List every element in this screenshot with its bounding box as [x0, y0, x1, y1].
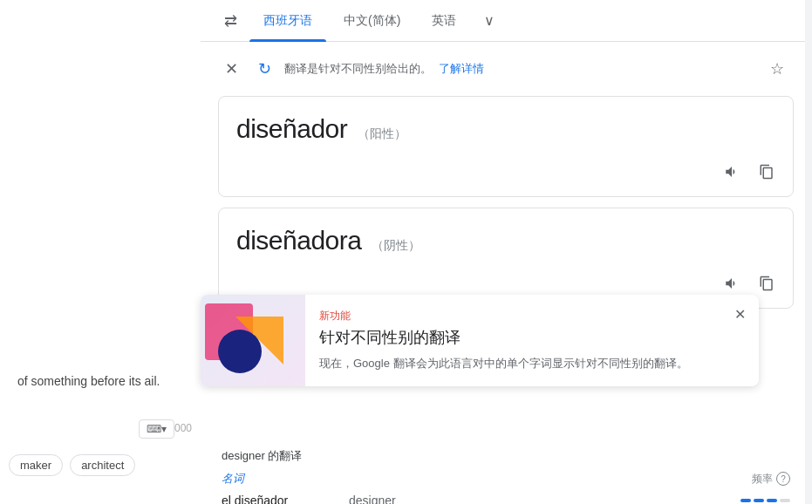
dict-pos-label: 名词: [222, 471, 244, 487]
copy-icon: [759, 164, 774, 184]
freq-dot-2: [754, 499, 764, 502]
source-text-partial: of something before its ail.: [0, 364, 192, 399]
result-card-masculine: diseñador （阳性）: [218, 96, 794, 197]
learn-more-link[interactable]: 了解详情: [439, 61, 484, 77]
masculine-word: diseñador: [236, 114, 347, 144]
masculine-gender-label: （阳性）: [358, 126, 406, 142]
feminine-word-row: diseñadora （阴性）: [236, 226, 775, 255]
result-card-feminine: diseñadora （阴性）: [218, 208, 794, 309]
main-translation-panel: ⇄ 西班牙语 中文(简体) 英语 ∨ ✕ ↻ 翻译是针对不同性别给出的。: [201, 0, 811, 504]
masculine-play-button[interactable]: [716, 158, 747, 189]
keyboard-toolbar: ⌨ ▾: [139, 419, 174, 439]
freq-dot-4: [780, 499, 790, 502]
swap-icon: ⇄: [224, 11, 237, 31]
feature-title: 针对不同性别的翻译: [319, 327, 745, 348]
dict-freq-label: 频率 ?: [752, 472, 790, 487]
chevron-down-icon: ∨: [484, 12, 495, 29]
info-text: 翻译是针对不同性别给出的。: [284, 61, 432, 77]
tag-maker[interactable]: maker: [9, 454, 63, 476]
left-panel: of something before its ail. 8/5000 ⌨ ▾ …: [0, 0, 201, 504]
suggestion-tags: maker architect: [9, 454, 135, 476]
translation-results-area: ✕ ↻ 翻译是针对不同性别给出的。 了解详情 ☆ diseñador （阳性）: [201, 42, 811, 504]
gender-info-banner: ✕ ↻ 翻译是针对不同性别给出的。 了解详情 ☆: [218, 56, 794, 82]
masculine-word-row: diseñador （阳性）: [236, 114, 775, 144]
close-info-button[interactable]: ✕: [218, 56, 244, 82]
feature-image: [201, 295, 305, 386]
new-feature-popup: ✕ 新功能 针对不同性别的翻译 现在，Google 翻译会为此语言对中的单个字词…: [201, 295, 759, 386]
feminine-gender-label: （阴性）: [372, 238, 420, 254]
dict-pos-row: 名词 频率 ?: [222, 471, 790, 487]
scrollbar[interactable]: [805, 0, 812, 504]
dict-entry-row: el diseñador designer: [222, 490, 790, 504]
refresh-icon: ↻: [258, 59, 271, 78]
copy-icon: [759, 276, 774, 296]
keyboard-icon: ⌨: [147, 423, 161, 435]
masculine-copy-button[interactable]: [751, 158, 782, 189]
speaker-icon: [724, 164, 740, 184]
refresh-button[interactable]: ↻: [251, 56, 277, 82]
tag-architect[interactable]: architect: [70, 454, 135, 476]
close-icon: ✕: [225, 59, 238, 78]
info-banner-left: ✕ ↻ 翻译是针对不同性别给出的。 了解详情: [218, 56, 484, 82]
tab-spanish[interactable]: 西班牙语: [249, 0, 326, 42]
keyboard-button[interactable]: ⌨ ▾: [139, 419, 174, 439]
keyboard-dropdown-icon: ▾: [161, 423, 167, 435]
speaker-icon: [724, 276, 740, 296]
star-button[interactable]: ☆: [764, 56, 790, 82]
close-feature-popup-button[interactable]: ✕: [727, 302, 752, 326]
masculine-result-actions: [219, 154, 793, 196]
feature-popup-content: ✕ 新功能 针对不同性别的翻译 现在，Google 翻译会为此语言对中的单个字词…: [305, 295, 759, 386]
result-card-masculine-content: diseñador （阳性）: [219, 97, 793, 154]
freq-dot-3: [767, 499, 777, 502]
help-icon[interactable]: ?: [776, 472, 790, 486]
feature-new-badge: 新功能: [319, 309, 745, 324]
decorative-circle-shape: [218, 330, 262, 373]
tab-chinese[interactable]: 中文(简体): [330, 0, 414, 42]
language-tabs-bar: ⇄ 西班牙语 中文(简体) 英语 ∨: [201, 0, 811, 42]
result-card-feminine-content: diseñadora （阴性）: [219, 208, 793, 266]
feature-description: 现在，Google 翻译会为此语言对中的单个字词显示针对不同性别的翻译。: [319, 355, 745, 372]
dict-entry-spanish: el diseñador: [222, 494, 335, 504]
dictionary-header: designer 的翻译: [222, 448, 790, 464]
close-icon: ✕: [734, 306, 746, 323]
dictionary-section: designer 的翻译 名词 频率 ? el diseñador design…: [218, 448, 794, 504]
freq-dot-1: [740, 499, 751, 502]
star-icon: ☆: [770, 59, 784, 78]
more-languages-button[interactable]: ∨: [474, 5, 505, 37]
swap-languages-button[interactable]: ⇄: [215, 5, 246, 37]
dict-entry-english: designer: [349, 494, 396, 504]
feature-image-inner: [201, 295, 305, 386]
frequency-dots: [740, 499, 790, 502]
tab-english[interactable]: 英语: [418, 0, 470, 42]
feminine-word: diseñadora: [236, 226, 361, 255]
